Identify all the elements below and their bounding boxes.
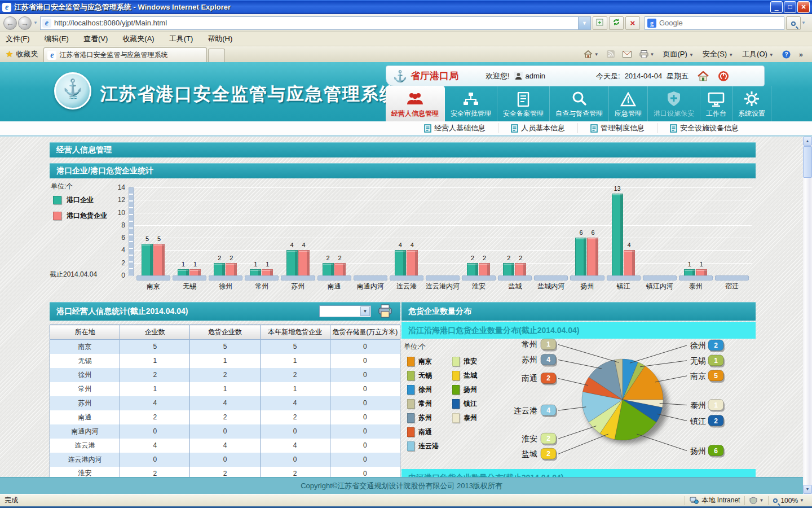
bar-港口企业-连云港[interactable]: [395, 250, 406, 275]
table-row[interactable]: 连云港4440: [50, 439, 400, 453]
nav-tab-2[interactable]: 安全审批管理: [445, 86, 497, 121]
submenu-item[interactable]: 人员基本信息: [498, 123, 577, 133]
table-row[interactable]: 无锡1110: [50, 354, 400, 368]
menu-item[interactable]: 文件(F): [6, 34, 30, 44]
feeds-button[interactable]: [607, 50, 615, 58]
maximize-button[interactable]: □: [784, 1, 796, 13]
bar-港口危货企业-盐城[interactable]: [515, 263, 526, 275]
zoom-control[interactable]: 100% ▼: [773, 497, 812, 505]
table-row[interactable]: 南通2220: [50, 410, 400, 424]
bar-港口危货企业-镇江[interactable]: [624, 250, 635, 275]
forward-button[interactable]: →: [18, 16, 32, 30]
table-row[interactable]: 南京5550: [50, 340, 400, 354]
scrollbar-thumb[interactable]: [803, 146, 812, 178]
bar-港口企业-苏州[interactable]: [286, 250, 298, 275]
help-button[interactable]: ?: [782, 50, 791, 59]
menu-item[interactable]: 帮助(H): [208, 34, 232, 44]
menu-item[interactable]: 编辑(E): [45, 34, 69, 44]
nav-tab-8[interactable]: 系统设置: [732, 86, 771, 121]
tools-menu-button[interactable]: 工具(O)▼: [742, 49, 774, 59]
scroll-down-button[interactable]: ▼: [803, 485, 812, 494]
submenu-item[interactable]: 安全设施设备信息: [657, 123, 751, 133]
bar-value-label: 6: [575, 229, 587, 236]
table-row[interactable]: 苏州4440: [50, 396, 400, 410]
safety-menu-button[interactable]: 安全(S)▼: [703, 49, 733, 59]
url-dropdown-button[interactable]: ▼: [579, 16, 591, 30]
table-row[interactable]: 连云港内河0000: [50, 453, 400, 467]
favorites-button[interactable]: ★ 收藏夹: [0, 46, 43, 62]
star-icon: ★: [6, 49, 13, 59]
search-input[interactable]: [659, 19, 782, 27]
bar-港口企业-扬州[interactable]: [575, 238, 586, 275]
bar-港口危货企业-南京[interactable]: [153, 244, 165, 275]
logout-button[interactable]: [718, 71, 729, 82]
bar-港口企业-泰州[interactable]: [684, 269, 695, 275]
page-menu-button[interactable]: 页面(P)▼: [663, 49, 694, 59]
bar-港口危货企业-淮安[interactable]: [479, 263, 490, 275]
nav-tab-7[interactable]: 工作台: [700, 86, 732, 121]
table-row[interactable]: 徐州2220: [50, 368, 400, 382]
home-shortcut-button[interactable]: [698, 71, 709, 81]
search-button[interactable]: [786, 16, 801, 30]
mail-button[interactable]: [623, 51, 632, 58]
bar-港口危货企业-南通[interactable]: [334, 263, 346, 275]
submenu-item[interactable]: 管理制度信息: [577, 123, 657, 133]
search-dropdown-icon[interactable]: ▼: [801, 20, 806, 25]
nav-tab-5[interactable]: 应急管理: [609, 86, 648, 121]
home-button[interactable]: ▼: [584, 50, 599, 58]
bar-港口危货企业-苏州[interactable]: [298, 250, 310, 275]
bar-港口危货企业-连云港[interactable]: [407, 250, 418, 275]
search-box[interactable]: g: [645, 16, 784, 30]
toolbar-overflow-button[interactable]: »: [799, 50, 803, 59]
window-titlebar: e 江苏省港口安全监管与应急管理系统 - Windows Internet Ex…: [0, 0, 812, 14]
table-row[interactable]: 淮安2220: [50, 467, 400, 478]
pie-chart-unit-label: 单位:个: [404, 342, 426, 352]
bar-港口危货企业-扬州[interactable]: [587, 238, 598, 275]
print-dropdown-icon[interactable]: ▼: [650, 52, 655, 57]
bar-港口企业-南通[interactable]: [323, 263, 334, 275]
menu-item[interactable]: 查看(V): [83, 34, 108, 44]
table-print-button[interactable]: [378, 304, 392, 325]
menu-item[interactable]: 工具(T): [169, 34, 193, 44]
scroll-up-button[interactable]: ▲: [803, 137, 812, 146]
refresh-button[interactable]: [609, 16, 624, 30]
new-tab-stub[interactable]: [208, 49, 225, 62]
vertical-scrollbar[interactable]: ▲ ▼: [803, 137, 812, 494]
nav-tab-6[interactable]: 港口设施保安: [648, 86, 700, 121]
close-button[interactable]: ×: [797, 1, 810, 13]
protected-mode-button[interactable]: ▼: [749, 497, 764, 504]
bar-港口企业-镇江[interactable]: [612, 194, 623, 275]
minimize-button[interactable]: _: [770, 1, 783, 13]
home-dropdown-icon[interactable]: ▼: [594, 52, 599, 57]
address-bar[interactable]: e: [40, 16, 579, 30]
bar-港口危货企业-常州[interactable]: [262, 269, 273, 275]
table-filter-select[interactable]: ▼: [319, 305, 371, 317]
bar-港口企业-淮安[interactable]: [467, 263, 478, 275]
print-button[interactable]: ▼: [639, 50, 655, 58]
table-cell: 2: [260, 410, 330, 424]
bar-港口企业-盐城[interactable]: [503, 263, 514, 275]
chevron-down-icon: ▼: [360, 306, 370, 316]
submenu-item[interactable]: 经营人基础信息: [412, 123, 498, 133]
bar-港口企业-南京[interactable]: [142, 244, 153, 275]
bar-港口企业-徐州[interactable]: [214, 263, 225, 275]
nav-tab-label: 安全备案管理: [503, 109, 544, 119]
bar-港口企业-常州[interactable]: [250, 269, 261, 275]
browser-tab[interactable]: e 江苏省港口安全监管与应急管理系统: [43, 47, 207, 62]
table-row[interactable]: 南通内河0000: [50, 424, 400, 439]
bar-港口企业-无锡[interactable]: [178, 269, 189, 275]
nav-tab-1[interactable]: 经营人信息管理: [386, 86, 445, 121]
table-row[interactable]: 常州1110: [50, 382, 400, 396]
nav-tab-4[interactable]: 自查与督查管理: [550, 86, 609, 121]
bar-港口危货企业-泰州[interactable]: [696, 269, 707, 275]
window-title: 江苏省港口安全监管与应急管理系统 - Windows Internet Expl…: [14, 2, 769, 12]
stop-button[interactable]: ×: [625, 16, 640, 30]
nav-tab-3[interactable]: 安全备案管理: [497, 86, 550, 121]
back-button[interactable]: ←: [3, 16, 17, 30]
url-input[interactable]: [54, 19, 576, 27]
history-dropdown-icon[interactable]: ▼: [33, 20, 38, 25]
menu-item[interactable]: 收藏夹(A): [122, 34, 154, 44]
compatibility-view-button[interactable]: [593, 16, 607, 30]
bar-港口危货企业-徐州[interactable]: [226, 263, 237, 275]
bar-港口危货企业-无锡[interactable]: [189, 269, 201, 275]
